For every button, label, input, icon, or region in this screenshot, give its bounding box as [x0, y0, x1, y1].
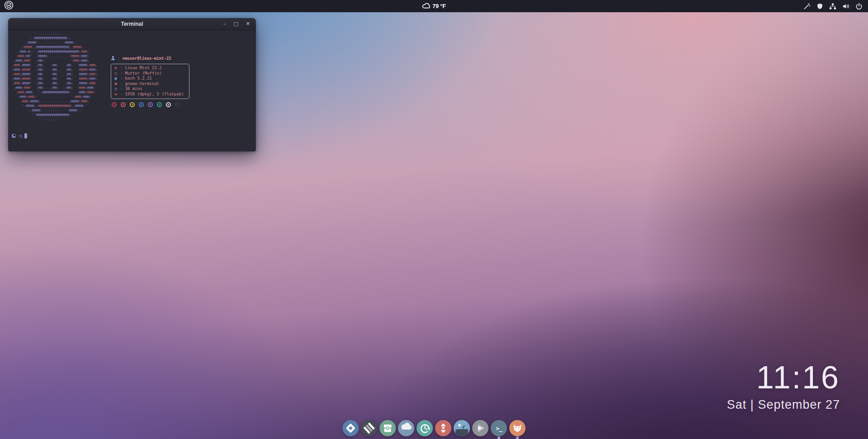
palette-swatch — [121, 102, 126, 107]
separator: : — [120, 66, 123, 71]
palette-swatch — [130, 102, 135, 107]
dock-item-diamond-launcher[interactable] — [343, 420, 359, 436]
separator: : — [118, 56, 120, 61]
system-info-box: ✘:Linux Mint 22.2▢:Mutter (Muffin)▣:bash… — [111, 64, 189, 99]
info-value: Mutter (Muffin) — [125, 71, 161, 76]
terminal-window: Terminal – □ ✕ ...-::::-... .-MMMMMMMMMM… — [8, 18, 256, 151]
cloud-icon — [422, 2, 430, 10]
info-row: ▢:Mutter (Muffin) — [113, 71, 186, 76]
mint-menu-button[interactable] — [4, 0, 14, 12]
info-row: ◷:30 mins — [113, 86, 186, 92]
info-value: bash 5.2.21 — [125, 76, 152, 81]
fox-icon — [509, 420, 526, 436]
cloud-icon — [398, 420, 415, 436]
dock-item-firefox[interactable] — [509, 420, 526, 436]
palette-swatch — [166, 102, 171, 107]
terminal-content[interactable]: ...-::::-... .-MMMMMMMMMMMMMMMM-. .-MMMM… — [8, 30, 256, 151]
palette-swatch — [157, 102, 162, 107]
fetch-user-line: : vmuser@linux-mint-22 — [111, 56, 189, 61]
top-panel: 79 °F — [0, 0, 868, 12]
dock: >_ — [343, 420, 526, 436]
clock-time: 11:16 — [727, 362, 840, 393]
dock-item-update-manager[interactable] — [435, 420, 452, 436]
username-host: vmuser@linux-mint-22 — [122, 56, 171, 61]
text-cursor — [24, 133, 27, 138]
desktop: 79 °F — [0, 0, 868, 439]
shell-prompt[interactable]: :$ — [12, 133, 27, 138]
info-value: Linux Mint 22.2 — [125, 66, 161, 71]
shield-icon[interactable] — [816, 3, 823, 10]
terminal-color-palette — [111, 102, 189, 107]
landscape-icon — [454, 420, 470, 436]
info-value: gnome-terminal — [125, 81, 159, 87]
dock-item-media-player[interactable] — [472, 420, 489, 436]
dock-item-terminal[interactable]: >_ — [491, 420, 507, 436]
maximize-button[interactable]: □ — [233, 18, 238, 30]
separator: : — [120, 86, 123, 92]
weather-temperature: 79 °F — [432, 3, 446, 9]
prompt-distro-icon — [12, 134, 16, 138]
dock-item-striped-badge[interactable] — [361, 420, 377, 436]
terminal-icon: ■ — [113, 81, 118, 87]
history-clock-icon — [417, 420, 433, 436]
dock-item-timeshift[interactable] — [417, 420, 433, 436]
diagonal-stripes-icon — [361, 420, 377, 436]
separator: : — [120, 81, 123, 87]
linux-mint-logo-icon — [4, 0, 14, 12]
info-row: ▣:bash 5.2.21 — [113, 76, 186, 81]
palette-swatch — [148, 102, 153, 107]
terminal-prompt-icon: >_ — [491, 420, 507, 436]
info-value: 30 mins — [125, 86, 142, 92]
palette-swatch — [112, 102, 117, 107]
terminal-titlebar[interactable]: Terminal – □ ✕ — [8, 18, 256, 30]
shell-icon: ▣ — [113, 76, 118, 81]
info-row: ■:gnome-terminal — [113, 81, 186, 87]
wm-icon: ▢ — [113, 71, 118, 76]
palette-swatch — [139, 102, 144, 107]
palette-swatch — [175, 102, 180, 107]
dock-item-wallpaper-scene[interactable] — [454, 420, 470, 436]
packages-icon: ◆ — [113, 92, 118, 97]
user-icon — [111, 56, 115, 61]
info-row: ✘:Linux Mint 22.2 — [113, 66, 186, 71]
uptime-icon: ◷ — [113, 86, 118, 92]
up-down-arrows-icon — [435, 420, 452, 436]
volume-icon[interactable] — [842, 3, 849, 10]
separator: : — [120, 71, 123, 76]
ascii-mint-logo: ...-::::-... .-MMMMMMMMMMMMMMMM-. .-MMMM… — [12, 32, 98, 122]
dock-item-archive-chest[interactable] — [380, 420, 396, 436]
diamond-icon — [343, 420, 359, 436]
power-icon[interactable] — [855, 3, 863, 10]
play-icon — [472, 420, 489, 436]
clock-desklet: 11:16 Sat | September 27 — [727, 362, 840, 412]
network-icon[interactable] — [829, 3, 836, 10]
clock-date: Sat | September 27 — [727, 398, 840, 412]
info-value: 1958 (dpkg), 5 (flatpak) — [125, 92, 184, 97]
info-row: ◆:1958 (dpkg), 5 (flatpak) — [113, 92, 186, 97]
wand-icon[interactable] — [803, 3, 811, 10]
chest-icon — [380, 420, 396, 436]
window-title: Terminal — [8, 21, 256, 27]
weather-applet[interactable]: 79 °F — [422, 0, 446, 12]
dock-item-cloud-files[interactable] — [398, 420, 415, 436]
os-icon: ✘ — [113, 66, 118, 71]
separator: : — [120, 76, 123, 81]
close-button[interactable]: ✕ — [246, 18, 250, 30]
minimize-button[interactable]: – — [223, 18, 226, 30]
separator: : — [120, 92, 123, 97]
prompt-symbol: :$ — [17, 134, 22, 138]
